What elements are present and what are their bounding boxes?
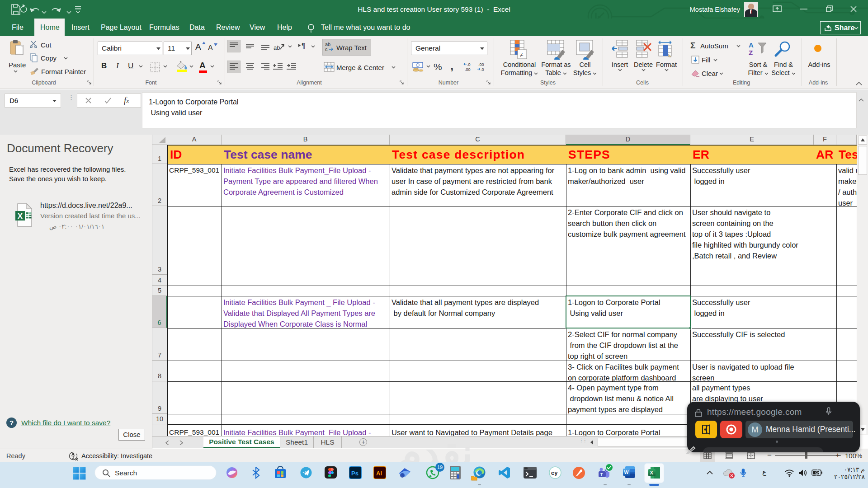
svg-text:X: X — [18, 212, 23, 221]
svg-text:.0: .0 — [467, 62, 471, 67]
svg-text:A: A — [749, 41, 754, 49]
svg-text:.00: .00 — [465, 67, 471, 71]
svg-text:T: T — [600, 472, 603, 477]
svg-text:≠: ≠ — [520, 51, 524, 58]
svg-text:X: X — [650, 470, 654, 475]
svg-text:.00: .00 — [478, 62, 484, 67]
svg-text:.0: .0 — [481, 67, 484, 71]
svg-text:Z: Z — [749, 49, 753, 56]
svg-text:Ai: Ai — [376, 470, 382, 477]
svg-text:ab: ab — [274, 44, 280, 51]
svg-text:W: W — [624, 469, 629, 475]
svg-text:¶: ¶ — [302, 42, 306, 50]
svg-text:c: c — [325, 47, 328, 52]
svg-text:cy: cy — [551, 469, 558, 476]
svg-text:Ps: Ps — [351, 470, 359, 477]
